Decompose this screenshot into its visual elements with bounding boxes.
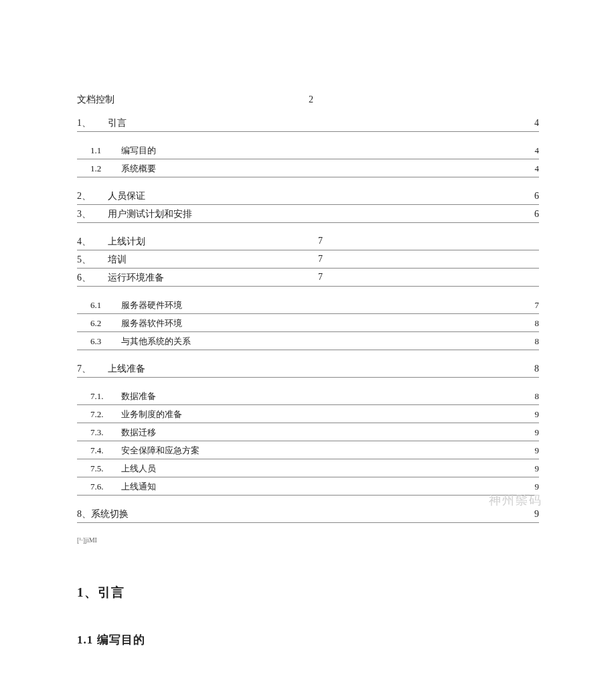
toc-number: 7.5. xyxy=(90,463,121,474)
toc-title: 业务制度的准备 xyxy=(121,408,182,421)
toc-title: 上线计划 xyxy=(108,236,145,248)
toc-number: 2、 xyxy=(77,190,108,202)
toc-title: 安全保障和应急方案 xyxy=(121,445,200,457)
toc-page: 7 xyxy=(318,236,323,246)
toc-title: 与其他系统的关系 xyxy=(121,335,191,348)
toc-page: 8 xyxy=(535,318,540,329)
toc-page: 9 xyxy=(535,445,540,456)
toc-row: 7、上线准备8 xyxy=(77,360,539,378)
toc-number: 7.4. xyxy=(90,445,121,456)
toc-title: 上线准备 xyxy=(108,363,145,375)
toc-title: 系统切换 xyxy=(91,508,129,520)
toc-row: 7.3.数据迁移9 xyxy=(77,423,539,441)
toc-page: 4 xyxy=(534,118,539,129)
toc-number: 7.3. xyxy=(90,427,121,438)
toc-page: 9 xyxy=(534,509,539,520)
toc-row: 7.1.数据准备8 xyxy=(77,387,539,405)
toc-number: 7.2. xyxy=(90,409,121,420)
toc-title: 培训 xyxy=(108,254,127,266)
toc-header: 文档控制 2 xyxy=(77,94,539,106)
toc-title: 人员保证 xyxy=(108,190,145,202)
toc-number: 6.2 xyxy=(90,318,121,329)
toc-number: 1.2 xyxy=(90,163,121,174)
section-1-1-heading: 1.1 编写目的 xyxy=(77,632,539,648)
toc-page: 7 xyxy=(535,300,540,311)
toc-page: 7 xyxy=(318,254,323,264)
toc-number: 6.3 xyxy=(90,336,121,347)
table-of-contents: 1、引言41.1编写目的41.2系统概要42、人员保证63、用户测试计划和安排6… xyxy=(77,114,539,523)
toc-number: 7.6. xyxy=(90,481,121,492)
toc-title: 数据准备 xyxy=(121,390,156,402)
toc-page: 9 xyxy=(535,463,540,474)
toc-page: 7 xyxy=(318,272,323,283)
toc-number: 1、 xyxy=(77,117,108,129)
toc-title: 运行环境准备 xyxy=(108,272,164,284)
toc-row: 8、系统切换9 xyxy=(77,505,539,523)
toc-title: 上线通知 xyxy=(121,481,156,493)
toc-title: 系统概要 xyxy=(121,163,156,175)
toc-title: 用户测试计划和安排 xyxy=(108,208,192,220)
toc-row: 6.3与其他系统的关系8 xyxy=(77,332,539,350)
footnote: [¹·]jiMI xyxy=(77,536,539,544)
toc-page: 8 xyxy=(534,364,539,374)
toc-row: 1.1编写目的4 xyxy=(77,141,539,159)
toc-page: 6 xyxy=(534,209,539,220)
toc-page: 4 xyxy=(535,145,540,156)
toc-page: 9 xyxy=(535,427,540,438)
toc-number: 3、 xyxy=(77,208,108,220)
toc-row: 7.2.业务制度的准备9 xyxy=(77,405,539,423)
toc-number: 8、 xyxy=(77,508,91,520)
toc-number: 6、 xyxy=(77,272,108,284)
toc-row: 6.2服务器软件环境8 xyxy=(77,314,539,332)
toc-page: 9 xyxy=(535,409,540,420)
toc-header-label: 文档控制 xyxy=(77,94,114,106)
toc-row: 7.5.上线人员9 xyxy=(77,459,539,477)
toc-title: 服务器软件环境 xyxy=(121,317,182,329)
toc-row: 7.4.安全保障和应急方案9 xyxy=(77,441,539,459)
toc-row: 5、培训7 xyxy=(77,250,539,269)
toc-page: 8 xyxy=(535,336,540,347)
toc-number: 7、 xyxy=(77,363,108,375)
toc-title: 上线人员 xyxy=(121,463,156,475)
toc-row: 3、用户测试计划和安排6 xyxy=(77,205,539,223)
toc-row: 6.1服务器硬件环境7 xyxy=(77,296,539,314)
toc-row: 4、上线计划7 xyxy=(77,232,539,250)
toc-page: 8 xyxy=(535,391,540,402)
toc-page: 9 xyxy=(535,481,540,492)
toc-number: 1.1 xyxy=(90,145,121,156)
toc-page: 6 xyxy=(534,191,539,202)
toc-title: 服务器硬件环境 xyxy=(121,299,182,311)
toc-number: 7.1. xyxy=(90,391,121,402)
toc-number: 4、 xyxy=(77,236,108,248)
toc-page: 4 xyxy=(535,163,540,174)
toc-row: 1.2系统概要4 xyxy=(77,159,539,177)
watermark: 神州鬃码 xyxy=(489,492,542,508)
toc-number: 6.1 xyxy=(90,300,121,311)
toc-title: 引言 xyxy=(108,117,127,129)
toc-row: 6、运行环境准备7 xyxy=(77,269,539,287)
toc-row: 1、引言4 xyxy=(77,114,539,132)
toc-title: 数据迁移 xyxy=(121,427,156,439)
toc-title: 编写目的 xyxy=(121,145,156,157)
toc-row: 2、人员保证6 xyxy=(77,187,539,205)
section-1-heading: 1、引言 xyxy=(77,584,539,601)
toc-row: 7.6.上线通知9 xyxy=(77,477,539,496)
toc-number: 5、 xyxy=(77,254,108,266)
toc-header-page: 2 xyxy=(309,94,313,105)
document-page: 文档控制 2 1、引言41.1编写目的41.2系统概要42、人员保证63、用户测… xyxy=(0,0,616,681)
